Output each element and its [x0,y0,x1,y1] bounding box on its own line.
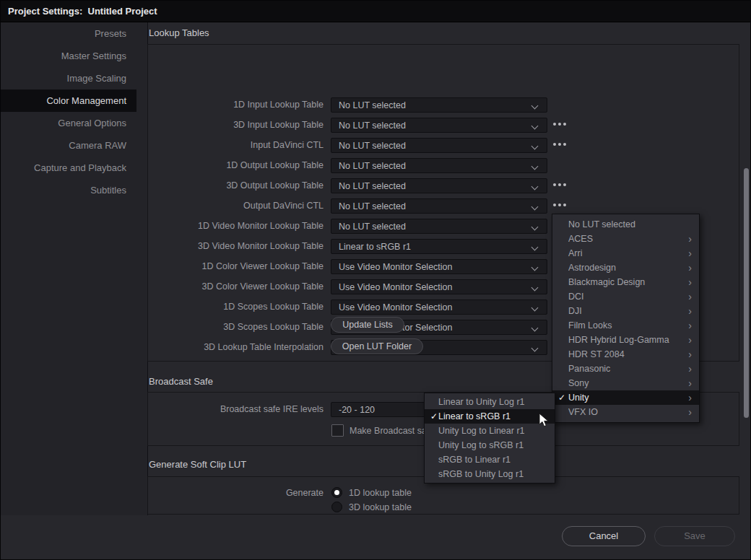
1d-input-lut-dropdown[interactable]: No LUT selected [331,97,547,113]
sidebar-item-image-scaling[interactable]: Image Scaling [1,67,136,89]
chevron-down-icon [532,244,538,250]
dropdown-value: No LUT selected [331,161,532,171]
submenu-arrow-icon: › [688,262,699,274]
chevron-down-icon [532,102,538,108]
submenu-item-srgb-to-linear[interactable]: sRGB to Linear r1 [425,452,555,467]
chevron-down-icon [532,183,538,189]
radio-3d-label: 3D lookup table [349,502,412,512]
1d-output-lut-dropdown[interactable]: No LUT selected [331,158,547,173]
update-lists-button[interactable]: Update Lists [331,317,404,333]
row-label: 3D Input Lookup Table [148,118,324,133]
submenu-arrow-icon: › [688,377,699,389]
dropdown-value: No LUT selected [331,121,532,131]
submenu-arrow-icon: › [688,392,699,403]
menu-item-panasonic[interactable]: Panasonic › [552,362,699,376]
chevron-down-icon [532,163,538,169]
submenu-arrow-icon: › [688,305,699,317]
output-davinci-ctl-dropdown[interactable]: No LUT selected [331,198,547,214]
3d-output-lut-dropdown[interactable]: No LUT selected [331,178,547,193]
menu-item-dci[interactable]: DCI › [552,289,699,304]
submenu-arrow-icon: › [688,248,699,259]
sidebar-item-color-management[interactable]: Color Management [1,89,136,112]
3d-video-monitor-lut-dropdown[interactable]: Linear to sRGB r1 [331,239,547,254]
project-settings-dialog: Project Settings: Untitled Project Prese… [0,0,751,560]
lut-row: 3D Input Lookup Table No LUT selected [148,118,740,133]
menu-item-hdr-st-2084[interactable]: HDR ST 2084 › [552,347,699,362]
menu-item-dji[interactable]: DJI › [552,304,699,318]
dropdown-value: No LUT selected [331,181,532,191]
row-label: 3D Scopes Lookup Table [148,320,324,335]
input-davinci-ctl-dropdown[interactable]: No LUT selected [331,138,547,153]
row-label: 1D Input Lookup Table [148,97,324,113]
menu-item-film-looks[interactable]: Film Looks › [552,318,699,333]
options-menu-icon[interactable] [553,143,566,146]
cancel-button[interactable]: Cancel [562,526,646,546]
radio-1d-label: 1D lookup table [349,488,412,498]
options-menu-icon[interactable] [553,123,566,126]
submenu-item-linear-to-srgb[interactable]: ✓ Linear to sRGB r1 [425,409,555,424]
open-lut-folder-button[interactable]: Open LUT Folder [331,338,423,354]
dropdown-value: Linear to sRGB r1 [331,242,532,252]
lut-row: 1D Input Lookup Table No LUT selected [148,97,740,113]
radio-1d-lookup-table[interactable] [331,487,342,498]
make-broadcast-safe-label: Make Broadcast safe [350,426,434,436]
submenu-arrow-icon: › [688,276,699,288]
dropdown-value: No LUT selected [331,100,532,110]
row-label: 1D Output Lookup Table [148,158,324,173]
3d-color-viewer-lut-dropdown[interactable]: Use Video Monitor Selection [331,279,547,294]
1d-color-viewer-lut-dropdown[interactable]: Use Video Monitor Selection [331,259,547,274]
row-label: 3D Video Monitor Lookup Table [148,239,324,254]
vertical-scrollbar-thumb[interactable] [744,168,749,418]
1d-scopes-lut-dropdown[interactable]: Use Video Monitor Selection [331,299,547,315]
dialog-title: Project Settings: Untitled Project [1,6,157,17]
menu-item-astrodesign[interactable]: Astrodesign › [552,261,699,275]
sidebar-item-camera-raw[interactable]: Camera RAW [1,134,136,157]
sidebar-item-presets[interactable]: Presets [1,22,136,45]
menu-item-arri[interactable]: Arri › [552,246,699,261]
sidebar-item-subtitles[interactable]: Subtitles [1,179,136,201]
chevron-down-icon [532,264,538,270]
submenu-item-linear-to-unity-log[interactable]: Linear to Unity Log r1 [425,395,555,409]
submenu-arrow-icon: › [688,406,699,418]
1d-video-monitor-lut-dropdown[interactable]: No LUT selected [331,219,547,234]
dropdown-value: Use Video Monitor Selection [331,282,532,292]
sidebar-item-general-options[interactable]: General Options [1,112,136,134]
lut-row: Input DaVinci CTL No LUT selected [148,138,740,153]
options-menu-icon[interactable] [553,183,566,186]
menu-item-hdr-hybrid-log-gamma[interactable]: HDR Hybrid Log-Gamma › [552,333,699,347]
submenu-item-unity-log-to-linear[interactable]: Unity Log to Linear r1 [425,424,555,438]
submenu-arrow-icon: › [688,233,699,245]
chevron-down-icon [532,224,538,229]
section-title-lookup-tables: Lookup Tables [149,27,209,38]
menu-item-no-lut[interactable]: No LUT selected [552,217,699,232]
make-broadcast-safe-checkbox[interactable] [331,424,344,437]
submenu-item-unity-log-to-srgb[interactable]: Unity Log to sRGB r1 [425,438,555,452]
chevron-down-icon [532,143,538,149]
menu-item-sony[interactable]: Sony › [552,376,699,390]
save-button[interactable]: Save [654,526,735,546]
chevron-down-icon [532,284,538,290]
row-label: Input DaVinci CTL [148,138,324,153]
3d-input-lut-dropdown[interactable]: No LUT selected [331,118,547,133]
unity-lut-submenu: Linear to Unity Log r1 ✓ Linear to sRGB … [424,393,555,484]
menu-item-vfx-io[interactable]: VFX IO › [552,405,699,419]
submenu-item-srgb-to-unity-log[interactable]: sRGB to Unity Log r1 [425,467,555,481]
options-menu-icon[interactable] [553,204,566,206]
chevron-down-icon [532,123,538,128]
menu-item-aces[interactable]: ACES › [552,232,699,246]
sidebar-item-capture-playback[interactable]: Capture and Playback [1,157,136,179]
section-title-broadcast-safe: Broadcast Safe [149,376,213,387]
dropdown-value: Use Video Monitor Selection [331,262,532,272]
submenu-arrow-icon: › [688,334,699,346]
lut-category-menu: No LUT selected ACES › Arri › Astrodesig… [552,214,700,423]
chevron-down-icon [532,345,538,351]
ire-levels-label: Broadcast safe IRE levels [148,402,324,417]
lut-row: Output DaVinci CTL No LUT selected [148,198,740,214]
menu-item-unity[interactable]: ✓ Unity › [552,390,699,405]
settings-sidebar: Presets Master Settings Image Scaling Co… [1,22,148,515]
submenu-arrow-icon: › [688,320,699,331]
menu-item-blackmagic-design[interactable]: Blackmagic Design › [552,275,699,289]
sidebar-item-master-settings[interactable]: Master Settings [1,45,136,67]
dropdown-value: No LUT selected [331,141,532,151]
radio-3d-lookup-table[interactable] [331,502,342,512]
